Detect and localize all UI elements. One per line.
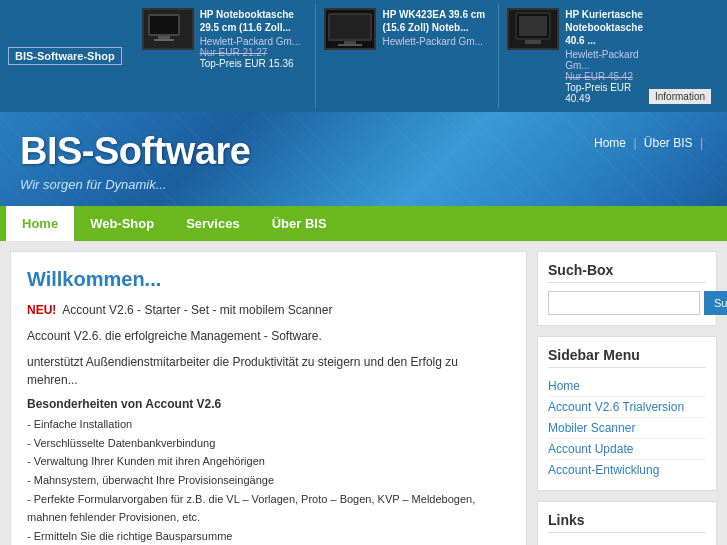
- feature-5: - Perfekte Formularvorgaben für z.B. die…: [27, 490, 510, 527]
- feature-1: - Einfache Installation: [27, 415, 510, 434]
- product-price-old-3: Nur EUR 45.42: [565, 71, 643, 82]
- sidebar-menu-home[interactable]: Home: [548, 376, 706, 397]
- product-price-3: Top-Preis EUR 40.49: [565, 82, 643, 104]
- intro-text-2: unterstützt Außendienstmitarbeiter die P…: [27, 353, 510, 389]
- shop-product-2[interactable]: HP WK423EA 39.6 cm (15.6 Zoll) Noteb... …: [315, 4, 498, 108]
- shop-product-3[interactable]: HP Kuriertasche Notebooktasche 40.6 ... …: [498, 4, 719, 108]
- links-box: Links: [537, 501, 717, 545]
- neu-badge: NEU!: [27, 303, 56, 317]
- sidebar-menu-entwicklung[interactable]: Account-Entwicklung: [548, 460, 706, 480]
- feature-3: - Verwaltung Ihrer Kunden mit ihren Ange…: [27, 452, 510, 471]
- feature-list: - Einfache Installation - Verschlüsselte…: [27, 415, 510, 545]
- nav-item-uberbis[interactable]: Über BIS: [256, 206, 343, 241]
- product-name-3: HP Kuriertasche Notebooktasche 40.6 ...: [565, 8, 643, 47]
- sidebar-menu-box: Sidebar Menu Home Account V2.6 Trialvers…: [537, 336, 717, 491]
- product-brand-2: Hewlett-Packard Gm...: [382, 36, 490, 47]
- shop-title: BIS-Software-Shop: [8, 47, 122, 65]
- product-image-2: [324, 8, 376, 50]
- features-title: Besonderheiten von Account V2.6: [27, 397, 510, 411]
- search-area: Suchen: [548, 291, 706, 315]
- content-area: Willkommen... NEU! Account V2.6 - Starte…: [0, 241, 727, 545]
- svg-rect-3: [158, 36, 170, 39]
- header-nav-sep2: |: [700, 136, 703, 150]
- product-price-old-1: Nur EUR 21.27: [200, 47, 308, 58]
- product-image-3: [507, 8, 559, 50]
- product-brand-3: Hewlett-Packard Gm...: [565, 49, 643, 71]
- search-button[interactable]: Suchen: [704, 291, 727, 315]
- sidebar: Such-Box Suchen Sidebar Menu Home Accoun…: [537, 251, 717, 545]
- header-nav: Home | Über BIS |: [594, 136, 707, 150]
- svg-rect-13: [519, 16, 547, 36]
- svg-rect-8: [344, 41, 356, 44]
- intro-line: NEU! Account V2.6 - Starter - Set - mit …: [27, 301, 510, 319]
- product-info-3: HP Kuriertasche Notebooktasche 40.6 ... …: [565, 8, 643, 104]
- svg-rect-2: [150, 16, 178, 34]
- search-box: Such-Box Suchen: [537, 251, 717, 326]
- search-box-title: Such-Box: [548, 262, 706, 283]
- svg-rect-9: [338, 44, 362, 46]
- shop-products: HP Notebooktasche 29.5 cm (11.6 Zoll... …: [134, 4, 719, 108]
- sidebar-menu-trialversion[interactable]: Account V2.6 Trialversion: [548, 397, 706, 418]
- feature-6: - Ermitteln Sie die richtige Bausparsumm…: [27, 527, 510, 545]
- svg-rect-7: [330, 15, 370, 39]
- product-name-2: HP WK423EA 39.6 cm (15.6 Zoll) Noteb...: [382, 8, 490, 34]
- svg-rect-14: [525, 40, 541, 44]
- product-info-2: HP WK423EA 39.6 cm (15.6 Zoll) Noteb... …: [382, 8, 490, 47]
- nav-item-home[interactable]: Home: [6, 206, 74, 241]
- shop-product-1[interactable]: HP Notebooktasche 29.5 cm (11.6 Zoll... …: [134, 4, 316, 108]
- site-header: BIS-Software Wir sorgen für Dynamik... H…: [0, 112, 727, 206]
- feature-4: - Mahnsystem, überwacht Ihre Provisionse…: [27, 471, 510, 490]
- nav-item-webshop[interactable]: Web-Shop: [74, 206, 170, 241]
- product-price-1: Top-Preis EUR 15.36: [200, 58, 308, 69]
- intro-text-1: Account V2.6. die erfolgreiche Managemen…: [27, 327, 510, 345]
- sidebar-menu-scanner[interactable]: Mobiler Scanner: [548, 418, 706, 439]
- search-input[interactable]: [548, 291, 700, 315]
- site-subtitle: Wir sorgen für Dynamik...: [20, 177, 250, 192]
- main-content: Willkommen... NEU! Account V2.6 - Starte…: [10, 251, 527, 545]
- svg-rect-4: [154, 39, 174, 41]
- header-branding: BIS-Software Wir sorgen für Dynamik...: [20, 130, 250, 192]
- header-nav-home[interactable]: Home: [594, 136, 626, 150]
- header-nav-sep: |: [633, 136, 636, 150]
- header-nav-about[interactable]: Über BIS: [644, 136, 693, 150]
- welcome-title: Willkommen...: [27, 268, 510, 291]
- shop-bar: BIS-Software-Shop HP Notebooktasche 29.5…: [0, 0, 727, 112]
- feature-2: - Verschlüsselte Datenbankverbindung: [27, 434, 510, 453]
- product-brand-1: Hewlett-Packard Gm...: [200, 36, 308, 47]
- info-button[interactable]: Information: [649, 89, 711, 104]
- sidebar-menu-update[interactable]: Account Update: [548, 439, 706, 460]
- links-title: Links: [548, 512, 706, 533]
- product-info-1: HP Notebooktasche 29.5 cm (11.6 Zoll... …: [200, 8, 308, 69]
- site-title: BIS-Software: [20, 130, 250, 173]
- main-navigation: Home Web-Shop Services Über BIS: [0, 206, 727, 241]
- nav-item-services[interactable]: Services: [170, 206, 256, 241]
- sidebar-menu-title: Sidebar Menu: [548, 347, 706, 368]
- intro-line-text: Account V2.6 - Starter - Set - mit mobil…: [62, 303, 332, 317]
- product-image-1: [142, 8, 194, 50]
- product-name-1: HP Notebooktasche 29.5 cm (11.6 Zoll...: [200, 8, 308, 34]
